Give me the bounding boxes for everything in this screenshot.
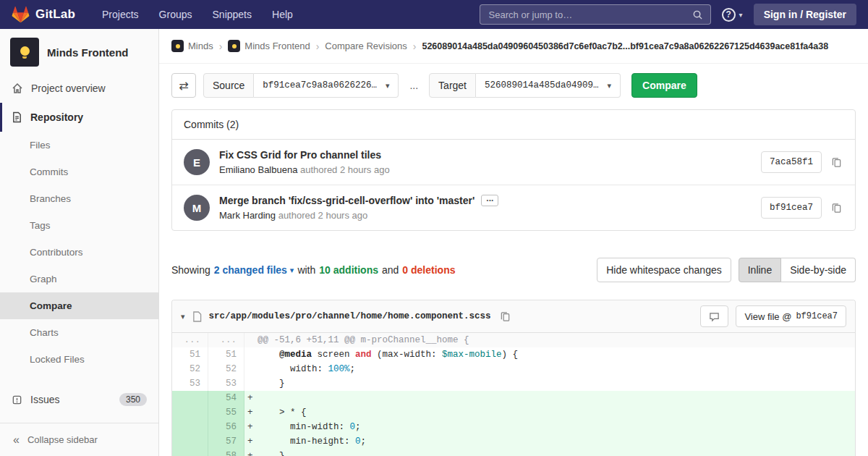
collapse-diff-icon[interactable]: ▾ [181, 312, 185, 321]
nav-help[interactable]: Help [264, 4, 301, 25]
diff-marker: + [247, 391, 258, 405]
navbar-right: ? ▾ Sign in / Register [480, 4, 856, 25]
expand-commit-description-button[interactable]: ... [481, 195, 498, 206]
chevron-down-icon: ▾ [739, 11, 743, 19]
view-file-button[interactable]: View file @ bf91cea7 [736, 305, 846, 327]
diff-line: 57+ min-height: 0; [172, 434, 855, 449]
diff-line: 55+ > * { [172, 405, 855, 420]
sidebar-item-tags[interactable]: Tags [0, 212, 158, 239]
hide-whitespace-button[interactable]: Hide whitespace changes [597, 258, 731, 282]
old-line-number[interactable]: 51 [172, 347, 208, 362]
sidebar-label: Project overview [31, 83, 106, 94]
breadcrumb-compare-revisions[interactable]: Compare Revisions [325, 41, 407, 51]
compare-button[interactable]: Compare [631, 73, 697, 98]
sidebar-item-commits[interactable]: Commits [0, 159, 158, 185]
old-line-number[interactable] [172, 405, 208, 420]
new-line-number[interactable]: 53 [208, 376, 244, 391]
help-dropdown[interactable]: ? ▾ [722, 8, 743, 22]
diff-summary-bar: Showing 2 changed files ▾ with 10 additi… [171, 258, 856, 282]
new-line-number[interactable]: 52 [208, 362, 244, 376]
sidebar-item-files[interactable]: Files [0, 132, 158, 159]
code-token: min-height: [258, 436, 355, 447]
inline-view-button[interactable]: Inline [739, 258, 781, 282]
nav-snippets[interactable]: Snippets [205, 4, 260, 25]
commit-author-link[interactable]: Emiliano Balbuena [219, 164, 297, 175]
side-by-side-view-button[interactable]: Side-by-side [781, 258, 856, 282]
breadcrumb-group[interactable]: Minds [171, 40, 213, 52]
changed-files-dropdown[interactable]: 2 changed files ▾ [214, 264, 294, 276]
source-ref-value: bf91cea7c9a8a0626226… [263, 80, 377, 90]
sidebar-item-branches[interactable]: Branches [0, 185, 158, 212]
copy-sha-button[interactable] [830, 200, 843, 215]
code-token: and [355, 350, 372, 360]
code-token: ; [350, 364, 356, 374]
commit-authored-time: authored 2 hours ago [300, 164, 390, 175]
copy-file-path-button[interactable] [498, 309, 512, 324]
author-avatar: E [184, 149, 210, 175]
new-line-number[interactable]: 58 [208, 449, 244, 456]
diff-marker [247, 333, 258, 347]
diff-line: 54+ [172, 391, 855, 405]
breadcrumb-current-sha-range: 526089014a485da0490960450386d7c6ef0ac7b2… [422, 41, 828, 51]
collapse-label: Collapse sidebar [27, 434, 98, 445]
sidebar-item-locked-files[interactable]: Locked Files [0, 346, 158, 373]
gitlab-logo[interactable]: GitLab [12, 6, 75, 23]
sidebar-item-compare[interactable]: Compare [0, 292, 158, 319]
target-group: Target 526089014a485da04909… ▾ [429, 73, 621, 98]
old-line-number[interactable] [172, 434, 208, 449]
code-token: min-width: [258, 422, 350, 432]
old-line-number[interactable]: 52 [172, 362, 208, 376]
code-token: $max-mobile [442, 350, 502, 360]
sidebar-item-issues[interactable]: Issues 350 [0, 384, 158, 415]
code-line: } [244, 376, 855, 391]
new-line-number[interactable]: 54 [208, 391, 244, 405]
diff-line: 56+ min-width: 0; [172, 420, 855, 434]
collapse-sidebar-button[interactable]: « Collapse sidebar [0, 423, 158, 456]
commit-sha-button[interactable]: bf91cea7 [761, 197, 822, 219]
sidebar-project-header[interactable]: Minds Frontend [0, 29, 158, 74]
copy-sha-button[interactable] [830, 155, 843, 169]
global-search[interactable] [480, 4, 711, 25]
chevron-right-icon: › [219, 41, 223, 52]
search-input[interactable] [488, 9, 692, 21]
new-line-number[interactable]: 51 [208, 347, 244, 362]
old-line-number[interactable] [172, 391, 208, 405]
target-ref-dropdown[interactable]: 526089014a485da04909… ▾ [476, 73, 621, 98]
sidebar-item-project-overview[interactable]: Project overview [0, 74, 158, 103]
nav-groups[interactable]: Groups [151, 4, 200, 25]
code-token: 100% [328, 364, 350, 374]
sidebar-item-repository[interactable]: Repository [0, 103, 158, 132]
main-content: Minds › Minds Frontend › Compare Revisio… [159, 29, 868, 456]
caret-down-icon: ▾ [290, 266, 294, 275]
old-line-number[interactable] [172, 420, 208, 434]
code-token: } [258, 451, 285, 456]
sidebar-item-contributors[interactable]: Contributors [0, 239, 158, 266]
new-line-number[interactable]: 55 [208, 405, 244, 420]
sidebar-item-graph[interactable]: Graph [0, 266, 158, 292]
commit-title-link[interactable]: Merge branch 'fix/css-grid-cell-overflow… [219, 195, 475, 206]
old-line-number[interactable]: 53 [172, 376, 208, 391]
chevron-right-icon: › [413, 41, 417, 52]
group-avatar-icon [171, 40, 184, 52]
diff-marker [247, 362, 258, 376]
source-ref-dropdown[interactable]: bf91cea7c9a8a0626226… ▾ [254, 73, 399, 98]
new-line-number[interactable]: 56 [208, 420, 244, 434]
swap-revisions-button[interactable]: ⇄ [171, 73, 196, 98]
commit-title-link[interactable]: Fix CSS Grid for Pro channel tiles [219, 149, 381, 161]
copy-icon [831, 202, 842, 214]
sign-in-register-button[interactable]: Sign in / Register [754, 4, 856, 25]
sidebar-item-charts[interactable]: Charts [0, 319, 158, 346]
diff-file-panel: ▾ src/app/modules/pro/channel/home/home.… [171, 300, 856, 456]
nav-projects[interactable]: Projects [94, 4, 147, 25]
breadcrumb-project[interactable]: Minds Frontend [228, 40, 310, 52]
code-token: (max-width: [372, 350, 443, 360]
old-line-number[interactable] [172, 449, 208, 456]
brand-wordmark: GitLab [35, 7, 75, 22]
new-line-number[interactable]: 57 [208, 434, 244, 449]
toggle-comments-button[interactable] [700, 305, 728, 327]
source-label: Source [203, 73, 254, 98]
commit-sha-button[interactable]: 7aca58f1 [761, 151, 822, 173]
compare-form: ⇄ Source bf91cea7c9a8a0626226… ▾ ... Tar… [171, 73, 856, 98]
commit-author-link[interactable]: Mark Harding [219, 210, 276, 221]
top-navbar: GitLab Projects Groups Snippets Help ? ▾… [0, 0, 868, 29]
